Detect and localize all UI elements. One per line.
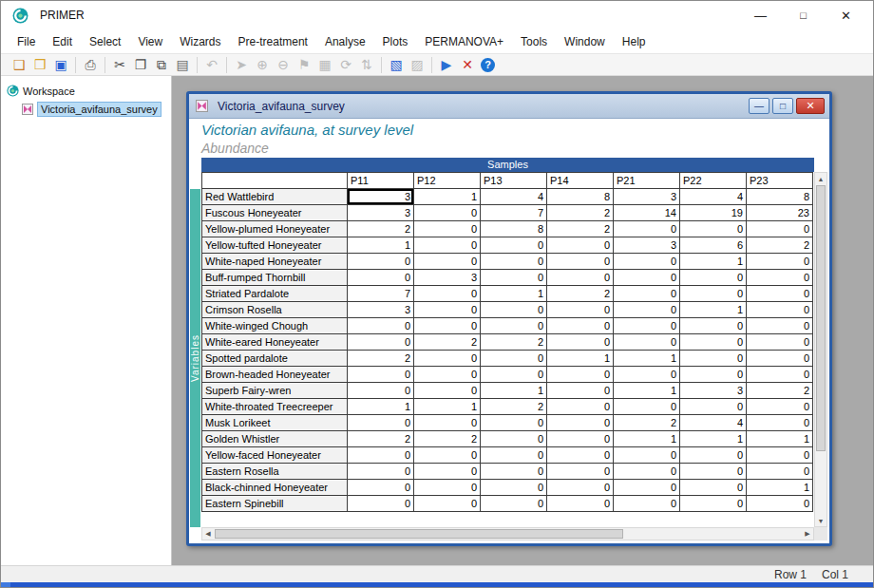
sheet-cell[interactable]: 2 [547,205,614,221]
menu-item-help[interactable]: Help [614,32,655,51]
sheet-cell[interactable]: 2 [348,431,414,447]
sheet-cell[interactable]: 2 [547,221,614,237]
menu-item-pre-treatment[interactable]: Pre-treatment [230,32,316,51]
sheet-cell[interactable]: 0 [481,302,547,318]
sheet-cell[interactable]: 1 [481,383,547,399]
sheet-cell[interactable]: 0 [680,318,747,334]
sheet-cell[interactable]: 2 [348,221,414,237]
row-label[interactable]: Fuscous Honeyeater [202,205,348,221]
sheet-cell[interactable]: 0 [680,286,747,302]
sheet-cell[interactable]: 0 [680,480,747,496]
vertical-scrollbar[interactable]: ▲ ▼ [814,172,827,527]
sheet-cell[interactable]: 0 [414,480,481,496]
sheet-cell[interactable]: 0 [614,318,680,334]
row-label[interactable]: Brown-headed Honeyeater [202,367,348,383]
row-label[interactable]: White-eared Honeyeater [202,334,348,351]
sheet-cell[interactable]: 0 [414,464,481,480]
row-label[interactable]: White-throated Treecreeper [202,399,348,415]
sheet-cell[interactable]: 2 [747,237,813,254]
sheet-cell[interactable]: 23 [747,205,813,221]
grid-icon[interactable]: ▦ [315,55,334,74]
sheet-cell[interactable]: 2 [547,286,614,302]
row-label[interactable]: Musk Lorikeet [202,415,348,431]
sheet-cell[interactable]: 0 [680,334,747,351]
sheet-cell[interactable]: 2 [348,351,414,367]
row-label[interactable]: Black-chinned Honeyeater [202,480,348,496]
sheet-cell[interactable]: 0 [747,351,813,367]
scroll-down-arrow[interactable]: ▼ [815,515,826,526]
sheet-cell[interactable]: 0 [747,270,813,286]
sheet-cell[interactable]: 0 [680,447,747,464]
row-label[interactable]: Eastern Rosella [202,464,348,480]
sheet-cell[interactable]: 0 [348,480,414,496]
help-icon[interactable]: ? [481,58,495,72]
zoom-in-icon[interactable]: ⊕ [253,55,272,74]
sheet-cell[interactable]: 0 [481,270,547,286]
sheet-cell[interactable]: 0 [547,270,614,286]
sheet-cell[interactable]: 19 [680,205,747,221]
column-header[interactable]: P13 [481,173,547,189]
sheet-cell[interactable]: 0 [547,383,614,399]
sheet-cell[interactable]: 1 [747,431,813,447]
sheet-cell[interactable]: 0 [414,302,481,318]
sheet-cell[interactable]: 8 [747,189,813,205]
sheet-cell[interactable]: 0 [414,254,481,270]
horizontal-scroll-thumb[interactable] [215,529,623,539]
sheet-cell[interactable]: 0 [747,447,813,464]
stop-icon[interactable]: ✕ [458,55,477,74]
run-icon[interactable]: ▶ [437,55,456,74]
lock-icon[interactable]: ▤ [173,55,192,74]
row-label[interactable]: Yellow-faced Honeyeater [202,447,348,464]
sheet-cell[interactable]: 0 [348,383,414,399]
sheet-cell[interactable]: 8 [481,221,547,237]
sheet-cell[interactable]: 1 [547,351,614,367]
sheet-cell[interactable]: 0 [481,431,547,447]
sort-icon[interactable]: ⇅ [357,55,376,74]
sheet-cell[interactable]: 0 [414,351,481,367]
sheet-cell[interactable]: 0 [614,221,680,237]
sheet-cell[interactable]: 7 [481,205,547,221]
sheet-cell[interactable]: 0 [348,334,414,351]
menu-item-permanova-[interactable]: PERMANOVA+ [416,32,512,51]
sheet-cell[interactable]: 0 [414,205,481,221]
sheet-cell[interactable]: 14 [614,205,680,221]
sheet-cell[interactable]: 7 [348,286,414,302]
sheet-cell[interactable]: 0 [348,254,414,270]
sheet-cell[interactable]: 0 [348,415,414,431]
sample-labels-icon[interactable]: ▧ [387,55,406,74]
sheet-cell[interactable]: 1 [348,399,414,415]
refresh-icon[interactable]: ⟳ [336,55,355,74]
pointer-icon[interactable]: ➤ [232,55,251,74]
sheet-cell[interactable]: 6 [680,237,747,254]
sheet-cell[interactable]: 0 [680,399,747,415]
sheet-cell[interactable]: 3 [348,302,414,318]
sheet-cell[interactable]: 1 [614,351,680,367]
sheet-cell[interactable]: 0 [614,464,680,480]
column-header[interactable]: P21 [614,173,680,189]
sheet-cell[interactable]: 0 [747,464,813,480]
sheet-cell[interactable]: 0 [614,496,680,512]
column-header[interactable]: P22 [680,173,747,189]
sheet-cell[interactable]: 3 [680,383,747,399]
sheet-cell[interactable]: 0 [547,302,614,318]
sheet-cell[interactable]: 1 [747,480,813,496]
sheet-cell[interactable]: 2 [414,334,481,351]
sheet-cell[interactable]: 0 [414,367,481,383]
sheet-cell[interactable]: 0 [481,237,547,254]
row-label[interactable]: Striated Pardalote [202,286,348,302]
scroll-up-arrow[interactable]: ▲ [815,173,826,184]
sheet-cell[interactable]: 0 [414,447,481,464]
undo-icon[interactable]: ↶ [202,55,221,74]
save-workspace-icon[interactable]: ▣ [51,55,70,74]
sheet-cell[interactable]: 0 [614,286,680,302]
sheet-cell[interactable]: 3 [614,237,680,254]
sheet-cell[interactable]: 2 [481,334,547,351]
menu-item-select[interactable]: Select [81,32,129,51]
column-header[interactable]: P11 [348,173,414,189]
sheet-cell[interactable]: 2 [481,399,547,415]
scroll-right-arrow[interactable]: ▶ [802,528,813,540]
sheet-cell[interactable]: 0 [680,351,747,367]
sheet-cell[interactable]: 1 [414,399,481,415]
sheet-cell[interactable]: 0 [614,367,680,383]
sheet-cell[interactable]: 0 [614,302,680,318]
